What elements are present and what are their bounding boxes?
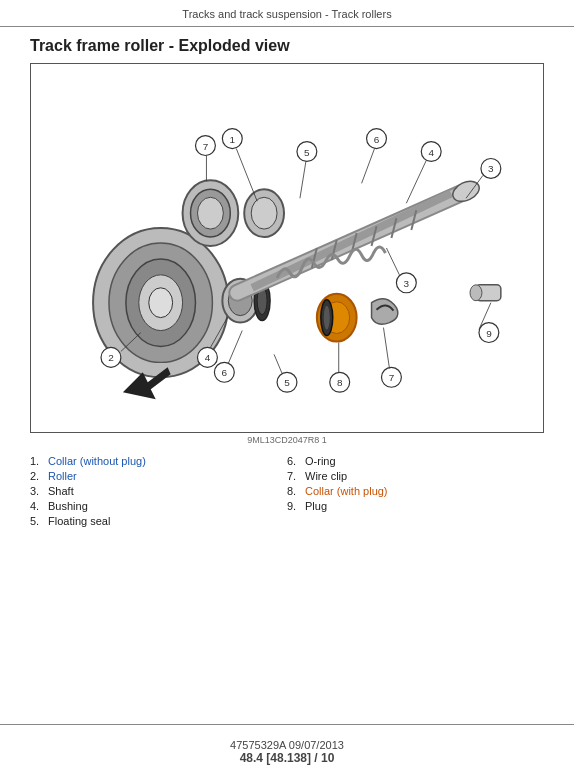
svg-text:5: 5 — [304, 147, 310, 158]
part-name: Shaft — [48, 485, 74, 497]
footer-doc-number: 47575329A 09/07/2013 — [0, 739, 574, 751]
part-name: Collar (with plug) — [305, 485, 388, 497]
svg-text:1: 1 — [230, 134, 236, 145]
svg-text:6: 6 — [222, 367, 228, 378]
svg-point-42 — [251, 197, 277, 229]
svg-point-38 — [470, 285, 482, 301]
list-item: 7.Wire clip — [287, 470, 544, 482]
svg-text:3: 3 — [404, 278, 410, 289]
part-name: Roller — [48, 470, 77, 482]
svg-point-5 — [149, 288, 173, 318]
part-name: O-ring — [305, 455, 336, 467]
part-name: Bushing — [48, 500, 88, 512]
part-number: 9. — [287, 500, 305, 512]
footer-divider — [0, 724, 574, 725]
parts-right-column: 6.O-ring7.Wire clip8.Collar (with plug)9… — [287, 455, 544, 530]
list-item: 6.O-ring — [287, 455, 544, 467]
svg-text:4: 4 — [205, 352, 211, 363]
part-number: 5. — [30, 515, 48, 527]
parts-list: 1.Collar (without plug)2.Roller3.Shaft4.… — [30, 455, 544, 530]
part-number: 4. — [30, 500, 48, 512]
footer: 47575329A 09/07/2013 48.4 [48.138] / 10 — [0, 739, 574, 765]
svg-point-72 — [197, 197, 223, 229]
breadcrumb: Tracks and track suspension - Track roll… — [0, 0, 574, 27]
part-number: 8. — [287, 485, 305, 497]
part-number: 3. — [30, 485, 48, 497]
part-name: Collar (without plug) — [48, 455, 146, 467]
list-item: 9.Plug — [287, 500, 544, 512]
svg-text:6: 6 — [374, 134, 380, 145]
list-item: 3.Shaft — [30, 485, 287, 497]
part-number: 6. — [287, 455, 305, 467]
svg-text:2: 2 — [108, 352, 114, 363]
svg-text:5: 5 — [284, 377, 290, 388]
exploded-diagram: 2 4 5 — [30, 63, 544, 433]
svg-text:7: 7 — [389, 372, 395, 383]
footer-page-number: 48.4 [48.138] / 10 — [0, 751, 574, 765]
part-name: Wire clip — [305, 470, 347, 482]
list-item: 5.Floating seal — [30, 515, 287, 527]
svg-point-36 — [324, 306, 330, 330]
svg-text:4: 4 — [428, 147, 434, 158]
part-name: Plug — [305, 500, 327, 512]
part-number: 1. — [30, 455, 48, 467]
image-reference: 9ML13CD2047R8 1 — [30, 435, 544, 445]
list-item: 4.Bushing — [30, 500, 287, 512]
part-number: 7. — [287, 470, 305, 482]
list-item: 2.Roller — [30, 470, 287, 482]
part-number: 2. — [30, 470, 48, 482]
svg-text:8: 8 — [337, 377, 343, 388]
svg-text:9: 9 — [486, 328, 492, 339]
part-name: Floating seal — [48, 515, 110, 527]
svg-text:7: 7 — [203, 141, 209, 152]
svg-text:3: 3 — [488, 163, 494, 174]
list-item: 8.Collar (with plug) — [287, 485, 544, 497]
page-title: Track frame roller - Exploded view — [0, 27, 574, 63]
list-item: 1.Collar (without plug) — [30, 455, 287, 467]
parts-left-column: 1.Collar (without plug)2.Roller3.Shaft4.… — [30, 455, 287, 530]
